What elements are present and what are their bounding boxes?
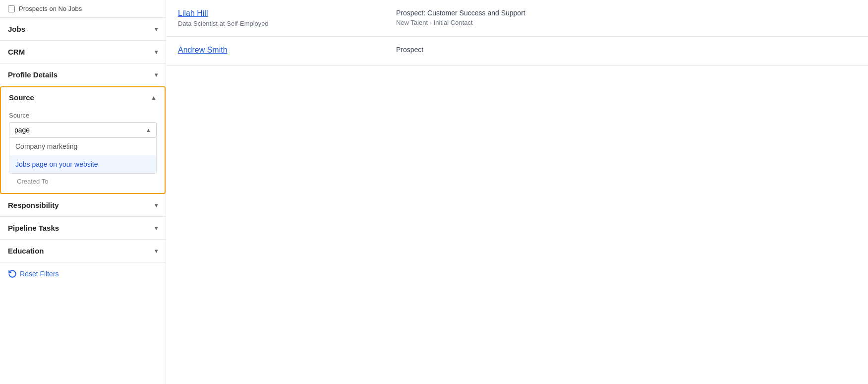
dropdown-item-company-marketing[interactable]: Company marketing [9,137,156,155]
responsibility-chevron-icon: ▾ [155,202,158,209]
sidebar: Prospects on No Jobs Jobs ▾ CRM ▾ Profil… [0,0,166,384]
source-field-label: Source [9,112,157,119]
prospect-name-lilah-hill[interactable]: Lilah Hill [178,9,386,18]
prospect-stage-andrew-smith: Prospect [396,46,856,54]
source-input-wrapper: ▲ [9,122,157,138]
source-input[interactable] [9,123,141,137]
profile-details-chevron-icon: ▾ [155,71,158,78]
crm-label: CRM [8,48,25,56]
pipeline-step: Initial Contact [434,19,473,26]
responsibility-label: Responsibility [8,201,59,209]
profile-details-label: Profile Details [8,70,58,79]
jobs-section: Jobs ▾ [0,18,166,41]
crm-section: CRM ▾ [0,41,166,64]
crm-section-header[interactable]: CRM ▾ [0,41,166,63]
prospect-left: Lilah Hill Data Scientist at Self-Employ… [178,9,386,27]
responsibility-section: Responsibility ▾ [0,194,166,217]
prospects-no-jobs-label[interactable]: Prospects on No Jobs [8,5,82,12]
education-chevron-icon: ▾ [155,248,158,255]
source-dropdown-arrow-icon[interactable]: ▲ [141,127,156,133]
jobs-section-header[interactable]: Jobs ▾ [0,18,166,40]
prospects-no-jobs-section: Prospects on No Jobs [0,0,166,18]
reset-filters-button[interactable]: Reset Filters [0,262,166,285]
prospects-no-jobs-checkbox[interactable] [8,5,15,12]
pipeline-tasks-section-header[interactable]: Pipeline Tasks ▾ [0,217,166,239]
prospect-pipeline-lilah-hill: New Talent › Initial Contact [396,19,856,26]
jobs-chevron-icon: ▾ [155,26,158,33]
jobs-label: Jobs [8,25,25,33]
source-chevron-icon: ▲ [151,94,157,101]
prospect-row: Andrew Smith Prospect [166,37,868,66]
main-content: Lilah Hill Data Scientist at Self-Employ… [166,0,868,384]
crm-chevron-icon: ▾ [155,49,158,56]
profile-details-section: Profile Details ▾ [0,64,166,86]
prospect-subtitle-lilah-hill: Data Scientist at Self-Employed [178,20,386,27]
prospect-name-andrew-smith[interactable]: Andrew Smith [178,46,386,55]
source-label: Source [9,93,34,102]
education-section-header[interactable]: Education ▾ [0,240,166,262]
source-dropdown-list: Company marketing Jobs page on your webs… [9,137,157,174]
reset-filters-label: Reset Filters [20,270,59,278]
source-section-header[interactable]: Source ▲ [1,87,165,108]
reset-icon [8,269,17,278]
pipeline-tasks-label: Pipeline Tasks [8,224,59,232]
pipeline-tasks-chevron-icon: ▾ [155,225,158,232]
profile-details-header[interactable]: Profile Details ▾ [0,64,166,86]
education-label: Education [8,247,44,255]
pipeline-name: New Talent [396,19,428,26]
source-inner: Source ▲ Company marketing Jobs page on … [1,108,165,193]
created-to-label: Created To [9,174,157,187]
source-section: Source ▲ Source ▲ Company marketing Jobs… [0,86,166,194]
responsibility-section-header[interactable]: Responsibility ▾ [0,194,166,216]
pipeline-tasks-section: Pipeline Tasks ▾ [0,217,166,240]
pipeline-chevron-icon: › [430,20,432,26]
dropdown-item-jobs-page[interactable]: Jobs page on your website [9,155,156,173]
education-section: Education ▾ [0,240,166,262]
prospect-left: Andrew Smith [178,46,386,57]
prospect-right: Prospect: Customer Success and Support N… [396,9,856,26]
prospect-right: Prospect [396,46,856,54]
prospect-row: Lilah Hill Data Scientist at Self-Employ… [166,0,868,37]
prospect-stage-lilah-hill: Prospect: Customer Success and Support [396,9,856,17]
prospects-no-jobs-text: Prospects on No Jobs [19,5,82,12]
